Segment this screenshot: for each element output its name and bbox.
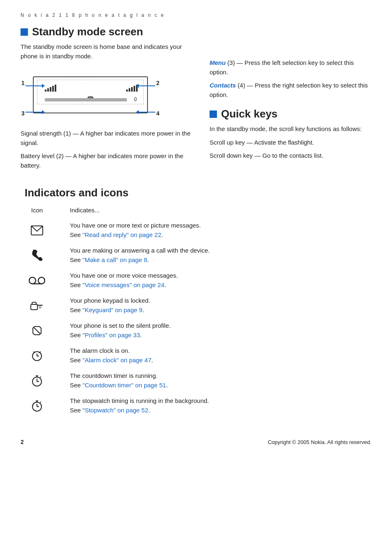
left-column: Standby mode screen The standby mode scr… (21, 25, 193, 174)
svg-line-24 (40, 402, 41, 403)
menu-label: Menu (210, 59, 226, 66)
indicators-title: Indicators and icons (21, 186, 371, 199)
icon-alarm-clock (21, 343, 53, 368)
icon-voicemail (21, 268, 53, 293)
phone-screen-box: ☎ 0 (33, 76, 148, 113)
menu-description-area: Menu (3) — Press the left selection key … (210, 58, 371, 99)
table-row: Your phone is set to the silent profile.… (21, 318, 371, 343)
standby-body1: The standby mode screen is home base and… (21, 42, 193, 61)
diagram-label-1: 1 (21, 80, 25, 86)
link-keypad-lock[interactable]: "Keyguard" on page 9 (83, 306, 143, 313)
icon-handset (21, 243, 53, 268)
link-silent-profile[interactable]: "Profiles" on page 33 (83, 331, 140, 338)
footer-copyright: Copyright © 2005 Nokia. All rights reser… (268, 439, 371, 445)
diagram-label-3: 3 (21, 110, 25, 117)
standby-title-text: Standby mode screen (32, 25, 143, 38)
indicators-section: Indicators and icons Icon Indicates... Y… (21, 186, 371, 418)
blue-square-icon-2 (210, 110, 217, 118)
indicators-table: Icon Indicates... You have one or more t… (21, 207, 371, 418)
desc-silent-profile: Your phone is set to the silent profile.… (53, 318, 371, 343)
status-bar (45, 98, 127, 101)
scroll-down-text: Scroll down key — Go to the contacts lis… (210, 151, 371, 161)
svg-line-7 (34, 327, 40, 334)
link-stopwatch[interactable]: "Stopwatch" on page 52 (83, 407, 148, 414)
quick-keys-title: Quick keys (210, 108, 371, 120)
icon-stopwatch (21, 393, 53, 418)
desc-alarm-clock: The alarm clock is on.See "Alarm clock" … (53, 343, 371, 368)
arrow-1 (25, 85, 44, 86)
svg-rect-4 (31, 304, 37, 310)
phone-diagram: 1 2 3 4 (21, 68, 160, 122)
desc-countdown-timer: The countdown timer is running.See "Coun… (53, 368, 371, 393)
table-row: The countdown timer is running.See "Coun… (21, 368, 371, 393)
page-footer: 2 Copyright © 2005 Nokia. All rights res… (21, 435, 371, 445)
icon-silent-profile (21, 318, 53, 343)
desc-envelope: You have one or more text or picture mes… (53, 218, 371, 243)
table-row: The stopwatch timing is running in the b… (21, 393, 371, 418)
icon-envelope (21, 218, 53, 243)
zero-label: 0 (134, 97, 137, 102)
table-header-row: Icon Indicates... (21, 207, 371, 218)
quick-keys-title-text: Quick keys (221, 108, 277, 120)
desc-stopwatch: The stopwatch timing is running in the b… (53, 393, 371, 418)
link-voicemail[interactable]: "Voice messages" on page 24 (83, 281, 164, 288)
col-icon-header: Icon (21, 207, 53, 218)
phone-inner-screen: ☎ 0 (37, 80, 144, 104)
menu-text: (3) — Press the left selection key to se… (210, 59, 354, 76)
signal-strength-text: Signal strength (1) — A higher bar indic… (21, 129, 193, 147)
diagram-label-2: 2 (156, 80, 159, 86)
table-row: You are making or answering a call with … (21, 243, 371, 268)
svg-point-1 (29, 277, 36, 284)
scroll-up-text: Scroll up key — Activate the flashlight. (210, 138, 371, 147)
diagram-label-4: 4 (156, 110, 159, 117)
indicators-title-text: Indicators and icons (25, 186, 129, 199)
table-row: You have one or more voice messages.See … (21, 268, 371, 293)
desc-keypad-lock: Your phone keypad is locked.See "Keyguar… (53, 293, 371, 318)
page-header-label: N o k i a 2 1 1 8 p h o n e a t a g l a … (21, 12, 371, 18)
signal-bars (45, 84, 56, 92)
menu-description: Menu (3) — Press the left selection key … (210, 58, 371, 77)
blue-square-icon (21, 28, 28, 36)
standby-section-title: Standby mode screen (21, 25, 193, 38)
quick-keys-section: Quick keys In the standby mode, the scro… (210, 108, 371, 161)
link-countdown-timer[interactable]: "Countdown timer" on page 51 (83, 382, 166, 389)
svg-line-18 (40, 377, 41, 377)
col-indicates-header: Indicates... (53, 207, 371, 218)
table-row: You have one or more text or picture mes… (21, 218, 371, 243)
quick-keys-body1: In the standby mode, the scroll key func… (210, 124, 371, 134)
contacts-label: Contacts (210, 82, 236, 89)
arrow-3 (25, 112, 44, 113)
icon-keypad-lock: 0 (21, 293, 53, 318)
svg-point-2 (38, 277, 45, 284)
table-row: 0Your phone keypad is locked.See "Keygua… (21, 293, 371, 318)
footer-page-number: 2 (21, 439, 24, 445)
link-handset[interactable]: "Make a call" on page 8 (83, 256, 147, 263)
desc-handset: You are making or answering a call with … (53, 243, 371, 268)
table-row: The alarm clock is on.See "Alarm clock" … (21, 343, 371, 368)
arrow-4 (136, 112, 155, 113)
icon-countdown-timer (21, 368, 53, 393)
contacts-description: Contacts (4) — Press the right selection… (210, 81, 371, 99)
desc-voicemail: You have one or more voice messages.See … (53, 268, 371, 293)
link-envelope[interactable]: "Read and reply" on page 22 (83, 231, 161, 238)
right-column: Menu (3) — Press the left selection key … (210, 25, 371, 174)
arrow-2 (136, 85, 155, 86)
link-alarm-clock[interactable]: "Alarm clock" on page 47 (83, 357, 151, 364)
battery-level-text: Battery level (2) — A higher bar indicat… (21, 152, 193, 170)
